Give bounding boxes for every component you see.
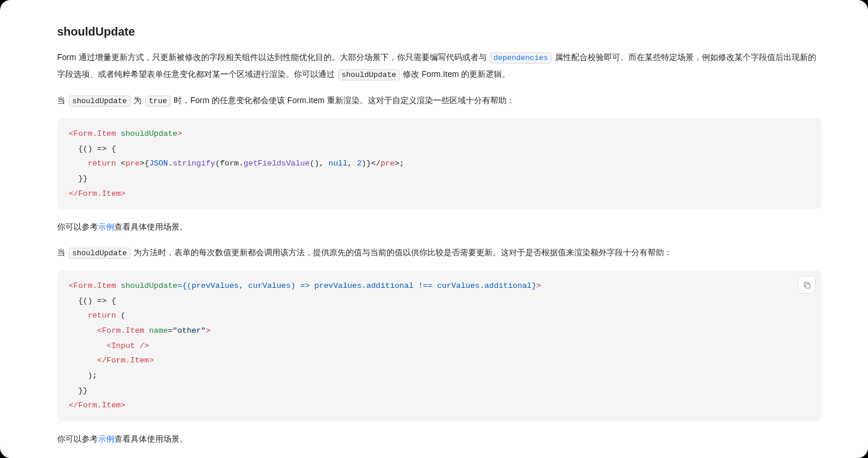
text: 查看具体使用场景。 [114, 434, 188, 443]
example-link[interactable]: 示例 [98, 222, 114, 231]
text: 修改 Form.Item 的更新逻辑。 [401, 69, 510, 79]
paragraph-1: Form 通过增量更新方式，只更新被修改的字段相关组件以达到性能优化目的。大部分… [57, 49, 821, 83]
code-shouldupdate: shouldUpdate [338, 69, 400, 80]
code-content: <Form.Item shouldUpdate={(prevValues, cu… [69, 281, 541, 410]
text: 当 [57, 248, 68, 257]
paragraph-2: 当 shouldUpdate 为 true 时，Form 的任意变化都会使该 F… [57, 92, 821, 109]
code-content: <Form.Item shouldUpdate> {() => { return… [69, 129, 404, 198]
code-block-2: <Form.Item shouldUpdate={(prevValues, cu… [57, 270, 821, 421]
example-link[interactable]: 示例 [98, 434, 114, 443]
code-dependencies: dependencies [490, 52, 551, 64]
text: 为方法时，表单的每次数值更新都会调用该方法，提供原先的值与当前的值以供你比较是否… [132, 248, 673, 257]
text: 你可以参考 [57, 222, 98, 231]
code-shouldupdate: shouldUpdate [69, 96, 131, 107]
section-heading: shouldUpdate [57, 23, 821, 40]
text: 当 [57, 96, 68, 105]
svg-rect-0 [806, 284, 810, 288]
copy-icon [803, 281, 811, 290]
text: 查看具体使用场景。 [114, 222, 188, 231]
code-block-1: <Form.Item shouldUpdate> {() => { return… [57, 118, 821, 209]
text: 时，Form 的任意变化都会使该 Form.Item 重新渲染。这对于自定义渲染… [172, 96, 515, 105]
paragraph-4: 当 shouldUpdate 为方法时，表单的每次数值更新都会调用该方法，提供原… [57, 244, 821, 261]
code-shouldupdate: shouldUpdate [69, 248, 131, 259]
copy-button[interactable] [798, 276, 816, 294]
code-true: true [145, 96, 170, 107]
text: 你可以参考 [57, 434, 98, 443]
text: 为 [132, 96, 145, 105]
text: Form 通过增量更新方式，只更新被修改的字段相关组件以达到性能优化目的。大部分… [57, 52, 489, 62]
paragraph-5: 你可以参考示例查看具体使用场景。 [57, 431, 821, 447]
paragraph-3: 你可以参考示例查看具体使用场景。 [57, 219, 821, 235]
page-container: shouldUpdate Form 通过增量更新方式，只更新被修改的字段相关组件… [0, 0, 868, 458]
